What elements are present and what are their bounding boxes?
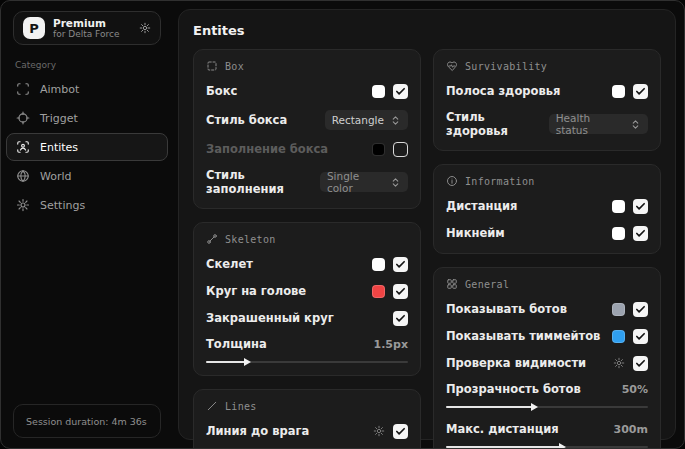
gear-icon[interactable]	[139, 22, 151, 34]
card-header-label: Box	[225, 61, 244, 72]
sidebar-nav: Aimbot Trigget Entites World Settings	[13, 75, 161, 219]
sidebar-item-settings[interactable]: Settings	[6, 191, 168, 219]
card-information: Information Дистанция Никнейм	[433, 164, 661, 254]
sidebar-item-label: Entites	[40, 141, 78, 154]
sidebar-item-entites[interactable]: Entites	[6, 133, 168, 161]
bot-opacity-slider[interactable]	[446, 406, 648, 408]
card-header-label: Skeleton	[225, 234, 276, 245]
slider-fill	[206, 361, 248, 363]
color-swatch[interactable]	[612, 330, 625, 343]
color-swatch[interactable]	[612, 85, 625, 98]
checkbox[interactable]	[633, 302, 648, 317]
checkbox[interactable]	[393, 257, 408, 272]
checkbox[interactable]	[393, 284, 408, 299]
color-swatch[interactable]	[612, 200, 625, 213]
setting-label: Скелет	[206, 257, 253, 271]
setting-label: Показывать тиммейтов	[446, 329, 600, 343]
card-header-label: Lines	[225, 401, 257, 412]
checkbox[interactable]	[633, 84, 648, 99]
color-swatch[interactable]	[372, 143, 385, 156]
brand-logo: P	[23, 17, 45, 39]
dropdown-value: Rectangle	[332, 114, 384, 126]
checkbox[interactable]	[633, 356, 648, 371]
checkbox[interactable]	[393, 311, 408, 326]
gear-icon[interactable]	[373, 425, 385, 437]
thickness-slider[interactable]	[206, 361, 408, 363]
slider-value: 300m	[614, 423, 648, 436]
setting-label: Дистанция	[446, 199, 517, 213]
card-lines: Lines Линия до врага Линия взгляда	[193, 389, 421, 449]
setting-row-bot-opacity: Прозрачность ботов 50%	[446, 382, 648, 408]
setting-label: Макс. дистанция	[446, 422, 559, 436]
setting-label: Полоса здоровья	[446, 84, 560, 98]
checkbox[interactable]	[633, 199, 648, 214]
setting-label: Бокс	[206, 84, 237, 98]
sidebar-item-label: Trigget	[40, 112, 78, 125]
setting-row-thickness: Толщина 1.5px	[206, 337, 408, 363]
dropdown-value: Single color	[327, 170, 384, 194]
setting-label: Круг на голове	[206, 284, 306, 298]
sidebar-item-trigget[interactable]: Trigget	[6, 104, 168, 132]
sidebar-item-aimbot[interactable]: Aimbot	[6, 75, 168, 103]
page-title: Entites	[193, 23, 661, 38]
sidebar-item-label: Settings	[40, 199, 85, 212]
heart-pulse-icon	[446, 60, 458, 72]
checkbox[interactable]	[633, 226, 648, 241]
setting-label: Стиль заполнения	[206, 168, 320, 196]
main-panel: Entites Box Бокс	[178, 9, 676, 440]
chevron-up-down-icon	[390, 177, 401, 188]
setting-row-filled-circle: Закрашенный круг	[206, 310, 408, 326]
slider-value: 1.5px	[374, 338, 408, 351]
setting-label: Прозрачность ботов	[446, 382, 581, 396]
card-header-label: Information	[465, 176, 535, 187]
fill-style-dropdown[interactable]: Single color	[320, 172, 408, 192]
checkbox[interactable]	[393, 142, 408, 157]
box-dashed-icon	[206, 60, 218, 72]
setting-label: Закрашенный круг	[206, 311, 334, 325]
brand-title: Premium	[53, 17, 119, 29]
grid-icon	[446, 278, 458, 290]
checkbox[interactable]	[633, 329, 648, 344]
setting-row-box-fill: Заполнение бокса	[206, 141, 408, 157]
chevron-up-down-icon	[630, 119, 641, 130]
setting-label: Стиль бокса	[206, 113, 287, 127]
gear-icon[interactable]	[613, 357, 625, 369]
max-distance-slider[interactable]	[446, 446, 648, 448]
color-swatch[interactable]	[612, 303, 625, 316]
checkbox[interactable]	[393, 84, 408, 99]
crosshair-icon	[16, 111, 30, 125]
card-skeleton: Skeleton Скелет Круг на голове	[193, 222, 421, 376]
crosshair-scan-icon	[16, 82, 30, 96]
sidebar-item-label: World	[40, 170, 72, 183]
setting-row-nickname: Никнейм	[446, 225, 648, 241]
setting-row-box: Бокс	[206, 83, 408, 99]
color-swatch[interactable]	[612, 227, 625, 240]
card-general: General Показывать ботов Показывать тимм…	[433, 267, 661, 449]
box-style-dropdown[interactable]: Rectangle	[325, 110, 408, 130]
setting-row-head-circle: Круг на голове	[206, 283, 408, 299]
setting-label: Показывать ботов	[446, 302, 567, 316]
brand-card: P Premium for Delta Force	[13, 11, 161, 45]
setting-row-skeleton: Скелет	[206, 256, 408, 272]
color-swatch[interactable]	[372, 85, 385, 98]
setting-row-distance: Дистанция	[446, 198, 648, 214]
setting-label: Проверка видимости	[446, 356, 586, 370]
card-box-header: Box	[206, 60, 408, 72]
setting-label: Линия до врага	[206, 424, 309, 438]
setting-row-health-bar: Полоса здоровья	[446, 83, 648, 99]
setting-row-enemy-line: Линия до врага	[206, 423, 408, 439]
sidebar-item-world[interactable]: World	[6, 162, 168, 190]
card-information-header: Information	[446, 175, 648, 187]
app-window: P Premium for Delta Force Category Aimbo…	[0, 0, 685, 449]
card-box: Box Бокс Стиль бокса Rectangle	[193, 49, 421, 209]
health-style-dropdown[interactable]: Health status	[549, 114, 648, 134]
category-label: Category	[15, 60, 159, 70]
card-general-header: General	[446, 278, 648, 290]
checkbox[interactable]	[393, 424, 408, 439]
dropdown-value: Health status	[556, 112, 624, 136]
person-scan-icon	[16, 140, 30, 154]
chevron-up-down-icon	[390, 115, 401, 126]
color-swatch[interactable]	[372, 258, 385, 271]
color-swatch[interactable]	[372, 285, 385, 298]
session-duration-text: Session duration: 4m 36s	[26, 416, 147, 427]
